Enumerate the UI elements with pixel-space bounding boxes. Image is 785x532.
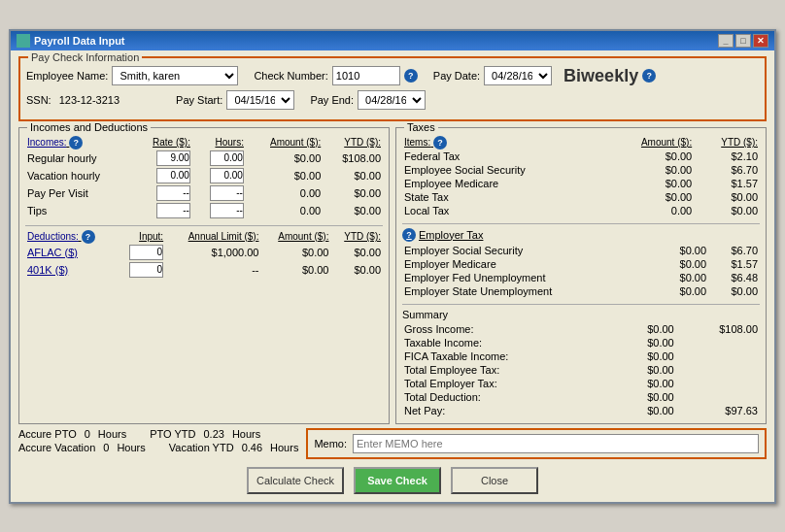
window-body: Pay Check Information Employee Name: Smi…: [11, 50, 774, 502]
app-icon: [17, 34, 30, 48]
tax-item-ytd: $0.00: [694, 204, 760, 217]
rate-col-header: Rate ($):: [133, 136, 192, 150]
deductions-table: Deductions: ? Input: Annual Limit ($): A…: [25, 230, 383, 279]
summary-item-label: FICA Taxable Income:: [402, 349, 616, 363]
save-check-button[interactable]: Save Check: [354, 467, 441, 494]
check-number-label: Check Number:: [254, 70, 327, 82]
check-info-icon[interactable]: ?: [404, 69, 418, 83]
employee-name-label: Employee Name:: [26, 70, 108, 82]
income-hours-input[interactable]: [210, 150, 244, 166]
income-hours-input[interactable]: [210, 185, 244, 201]
close-button[interactable]: Close: [451, 467, 538, 494]
summary-item-label: Total Employer Tax:: [402, 377, 616, 390]
employer-tax-row: Employer Medicare $0.00 $1.57: [402, 257, 760, 271]
window-controls: _ □ ✕: [718, 34, 768, 48]
income-ytd: $108.00: [323, 150, 383, 167]
tax-row: Employee Medicare $0.00 $1.57: [402, 177, 760, 190]
calculate-check-button[interactable]: Calculate Check: [247, 467, 344, 494]
deduction-row: 401K ($) -- $0.00 $0.00: [25, 261, 383, 279]
employer-tax-amount: $0.00: [657, 257, 708, 271]
employer-tax-ytd: $0.00: [708, 284, 760, 298]
income-rate-input[interactable]: [156, 150, 190, 166]
close-window-button[interactable]: ✕: [753, 34, 768, 48]
taxes-info-icon[interactable]: ?: [433, 136, 447, 150]
tax-item-amount: $0.00: [605, 150, 694, 163]
maximize-button[interactable]: □: [735, 34, 751, 48]
deductions-header[interactable]: Deductions:: [27, 231, 79, 242]
memo-label: Memo:: [314, 438, 347, 449]
memo-input[interactable]: [353, 434, 759, 453]
income-row: Tips 0.00 $0.00: [25, 202, 383, 219]
bottom-section: Accure PTO 0 Hours PTO YTD 0.23 Hours Ac…: [18, 428, 767, 459]
ssn-label: SSN:: [26, 94, 51, 106]
accure-vacation-value: 0: [103, 442, 109, 453]
tax-item-ytd: $1.57: [694, 177, 760, 190]
taxes-table: Items: ? Amount ($): YTD ($): Federal Ta…: [402, 136, 760, 217]
accure-pto-unit: Hours: [98, 428, 126, 440]
deduction-label[interactable]: AFLAC ($): [27, 247, 78, 258]
summary-item-amount: $0.00: [616, 322, 676, 336]
ytd-col-header: YTD ($):: [323, 136, 383, 150]
income-rate-input[interactable]: [156, 168, 190, 183]
income-hours-input[interactable]: [210, 203, 244, 218]
pay-start-select[interactable]: 04/15/16: [226, 90, 294, 110]
pay-date-select[interactable]: 04/28/16: [484, 66, 552, 85]
paycheck-section: Pay Check Information Employee Name: Smi…: [18, 56, 767, 121]
tax-item-ytd: $0.00: [694, 190, 760, 204]
pto-section: Accure PTO 0 Hours PTO YTD 0.23 Hours Ac…: [18, 428, 298, 455]
income-label: Vacation hourly: [25, 167, 133, 184]
taxes-section-label: Taxes: [404, 121, 438, 133]
accure-vacation-label: Accure Vacation: [18, 442, 95, 453]
income-row: Vacation hourly $0.00 $0.00: [25, 167, 383, 184]
employer-tax-ytd: $6.48: [708, 271, 760, 284]
income-label: Tips: [25, 202, 133, 219]
summary-item-label: Taxable Income:: [402, 336, 616, 349]
pay-end-select[interactable]: 04/28/16: [358, 90, 426, 110]
incomes-section-label: Incomes and Deductions: [27, 121, 151, 133]
employee-name-select[interactable]: Smith, karen: [112, 66, 238, 85]
income-row: Pay Per Visit 0.00 $0.00: [25, 184, 383, 202]
income-rate-input[interactable]: [156, 185, 190, 201]
tax-item-amount: $0.00: [605, 177, 694, 190]
tax-row: State Tax $0.00 $0.00: [402, 190, 760, 204]
accure-vacation-unit: Hours: [117, 442, 145, 453]
income-rate-input[interactable]: [156, 203, 190, 218]
incomes-info-icon[interactable]: ?: [69, 136, 83, 150]
employer-tax-row: Employer State Unemployment $0.00 $0.00: [402, 284, 760, 298]
deduction-label[interactable]: 401K ($): [27, 264, 68, 276]
employer-tax-header: ? Employer Tax: [402, 228, 760, 242]
income-hours-input[interactable]: [210, 168, 244, 183]
deduction-input[interactable]: [129, 245, 163, 260]
incomes-table: Incomes: ? Rate ($): Hours: Amount ($): …: [25, 136, 383, 219]
check-number-input[interactable]: [332, 66, 400, 85]
frequency-info-icon[interactable]: ?: [642, 69, 656, 83]
frequency-label: Biweekly: [563, 66, 638, 86]
deductions-info-icon[interactable]: ?: [82, 230, 95, 244]
employer-tax-info-icon[interactable]: ?: [402, 228, 416, 242]
tax-amount-col-header: Amount ($):: [605, 136, 694, 150]
window-title: Payroll Data Input: [34, 35, 125, 47]
deduction-input[interactable]: [129, 262, 163, 278]
minimize-button[interactable]: _: [718, 34, 734, 48]
summary-item-amount: $0.00: [616, 363, 676, 377]
button-row: Calculate Check Save Check Close: [18, 467, 767, 494]
deduction-amount: $0.00: [260, 261, 330, 279]
deduction-amount: $0.00: [260, 244, 330, 261]
tax-row: Local Tax 0.00 $0.00: [402, 204, 760, 217]
amount-col-header: Amount ($):: [246, 136, 323, 150]
tax-row: Federal Tax $0.00 $2.10: [402, 150, 760, 163]
summary-item-ytd: [676, 390, 760, 404]
vacation-ytd-label: Vacation YTD: [169, 442, 234, 453]
summary-item-label: Total Deduction:: [402, 390, 616, 404]
pto-ytd-unit: Hours: [232, 428, 260, 440]
employer-tax-ytd: $1.57: [708, 257, 760, 271]
summary-item-ytd: [676, 363, 760, 377]
incomes-header[interactable]: Incomes:: [27, 137, 67, 148]
income-amount: $0.00: [246, 167, 323, 184]
tax-item-label: Federal Tax: [402, 150, 605, 163]
items-header: Items:: [404, 137, 430, 148]
tax-item-ytd: $6.70: [694, 163, 760, 177]
summary-item-amount: $0.00: [616, 390, 676, 404]
tax-item-label: Local Tax: [402, 204, 605, 217]
income-ytd: $0.00: [323, 202, 383, 219]
